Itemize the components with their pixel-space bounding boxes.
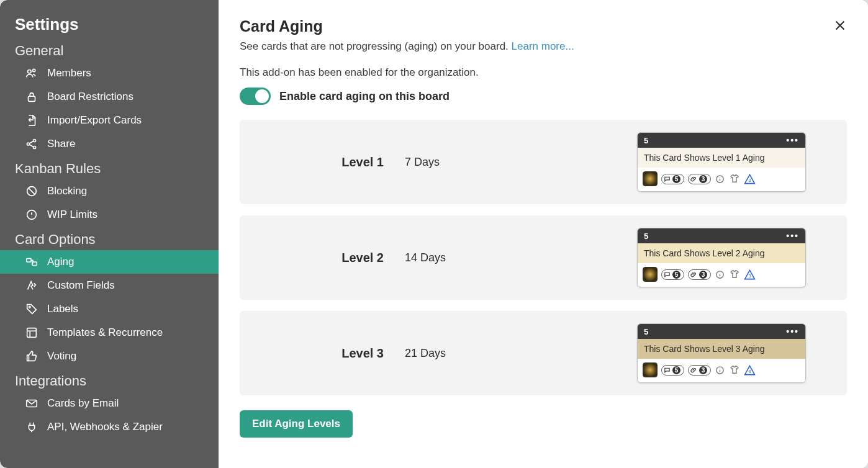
level-days: 21 Days	[405, 347, 541, 360]
avatar-icon	[643, 267, 658, 282]
level-row: Level 1 7 Days 5 ••• This Card Shows Lev…	[240, 120, 847, 204]
sidebar-item-label: Members	[47, 67, 91, 79]
sidebar-item-label: Labels	[47, 303, 78, 315]
preview-card-number: 5	[644, 327, 648, 336]
svg-point-0	[28, 70, 32, 74]
toggle-knob	[255, 89, 269, 103]
level-label: Level 3	[256, 346, 405, 361]
level-days: 7 Days	[405, 156, 541, 169]
sidebar-item-label: Aging	[47, 256, 74, 268]
close-button[interactable]	[831, 16, 849, 35]
comments-count: 5	[672, 175, 680, 183]
preview-card-title: This Card Shows Level 1 Aging	[638, 148, 805, 168]
sidebar-item-blocking[interactable]: Blocking	[0, 179, 219, 203]
labels-icon	[25, 302, 38, 316]
svg-point-3	[27, 143, 29, 145]
attachments-badge: 3	[688, 269, 711, 280]
sidebar-item-wip-limits[interactable]: WIP Limits	[0, 203, 219, 227]
attachments-count: 3	[699, 366, 707, 374]
comments-badge: 5	[661, 269, 684, 280]
level-label: Level 1	[256, 155, 405, 169]
sidebar-item-custom-fields[interactable]: Custom Fields	[0, 274, 219, 297]
sidebar-section-integrations: Integrations	[0, 368, 219, 392]
toggle-label: Enable card aging on this board	[279, 90, 450, 103]
sidebar-item-label: Voting	[47, 350, 76, 362]
templates-icon	[25, 326, 38, 340]
edit-aging-levels-button[interactable]: Edit Aging Levels	[240, 410, 353, 438]
preview-card-title: This Card Shows Level 3 Aging	[638, 339, 805, 359]
custom-fields-icon	[25, 279, 38, 292]
wip-icon	[25, 208, 38, 222]
svg-point-5	[34, 146, 36, 148]
preview-card-number: 5	[644, 232, 648, 241]
card-menu-icon[interactable]: •••	[786, 326, 799, 336]
sidebar-item-cards-by-email[interactable]: Cards by Email	[0, 392, 219, 415]
sidebar-section-kanban: Kanban Rules	[0, 156, 219, 179]
plug-icon	[25, 420, 38, 434]
sidebar-item-label: Import/Export Cards	[47, 114, 142, 127]
sidebar-item-board-restrictions[interactable]: Board Restrictions	[0, 85, 219, 109]
sidebar-item-label: Share	[47, 138, 75, 150]
sidebar-item-label: Custom Fields	[47, 279, 115, 292]
sidebar-item-api-webhooks[interactable]: API, Webhooks & Zapier	[0, 415, 219, 439]
sidebar-item-label: Templates & Recurrence	[47, 326, 163, 339]
warning-badge: 3	[744, 364, 756, 376]
attachments-count: 3	[699, 175, 707, 183]
svg-text:3: 3	[749, 369, 751, 374]
svg-text:3: 3	[749, 178, 751, 183]
level-row: Level 3 21 Days 5 ••• This Card Shows Le…	[240, 311, 847, 395]
sidebar-title: Settings	[0, 11, 219, 38]
card-menu-icon[interactable]: •••	[786, 231, 799, 241]
comments-count: 5	[672, 271, 680, 279]
preview-card: 5 ••• This Card Shows Level 3 Aging 5 3	[637, 323, 806, 383]
svg-point-1	[33, 69, 35, 71]
sidebar-item-label: API, Webhooks & Zapier	[47, 421, 163, 433]
lock-icon	[25, 90, 38, 104]
settings-sidebar: Settings General Members Board Restricti…	[0, 0, 219, 468]
svg-rect-8	[27, 259, 31, 263]
card-menu-icon[interactable]: •••	[786, 135, 799, 145]
page-subtitle-text: See cards that are not progressing (agin…	[240, 40, 512, 52]
voting-icon	[25, 349, 38, 363]
comments-badge: 5	[661, 174, 684, 184]
sidebar-section-general: General	[0, 38, 219, 61]
svg-rect-2	[29, 96, 35, 101]
svg-point-4	[34, 139, 36, 142]
warning-badge: 3	[744, 269, 756, 281]
attachments-count: 3	[699, 271, 707, 279]
info-icon	[715, 365, 725, 376]
preview-card-header: 5 •••	[638, 228, 805, 243]
members-icon	[25, 66, 38, 80]
sidebar-item-aging[interactable]: Aging	[0, 250, 219, 274]
comments-count: 5	[672, 366, 680, 374]
preview-card-icons: 5 3 3	[638, 168, 805, 191]
blocking-icon	[25, 184, 38, 198]
svg-text:3: 3	[749, 274, 751, 279]
share-icon	[25, 137, 38, 151]
app-window: Settings General Members Board Restricti…	[0, 0, 868, 468]
sidebar-item-label: Blocking	[47, 185, 87, 197]
preview-card: 5 ••• This Card Shows Level 1 Aging 5 3	[637, 132, 806, 192]
shirt-icon	[729, 173, 740, 184]
warning-badge: 3	[744, 173, 756, 185]
email-icon	[25, 397, 38, 410]
level-row: Level 2 14 Days 5 ••• This Card Shows Le…	[240, 215, 847, 300]
attachments-badge: 3	[688, 174, 711, 184]
import-export-icon	[25, 114, 38, 127]
level-days: 14 Days	[405, 251, 541, 264]
sidebar-item-templates[interactable]: Templates & Recurrence	[0, 321, 219, 344]
comments-badge: 5	[661, 365, 684, 376]
sidebar-item-label: WIP Limits	[47, 209, 97, 221]
shirt-icon	[729, 364, 740, 376]
sidebar-item-labels[interactable]: Labels	[0, 297, 219, 321]
sidebar-item-share[interactable]: Share	[0, 132, 219, 156]
preview-card: 5 ••• This Card Shows Level 2 Aging 5 3	[637, 228, 806, 287]
avatar-icon	[643, 171, 658, 186]
sidebar-item-import-export[interactable]: Import/Export Cards	[0, 109, 219, 132]
enable-card-aging-toggle[interactable]	[240, 88, 271, 105]
learn-more-link[interactable]: Learn more...	[512, 40, 574, 52]
sidebar-item-label: Cards by Email	[47, 397, 119, 410]
sidebar-item-voting[interactable]: Voting	[0, 344, 219, 368]
svg-point-10	[29, 307, 30, 308]
sidebar-item-members[interactable]: Members	[0, 61, 219, 85]
